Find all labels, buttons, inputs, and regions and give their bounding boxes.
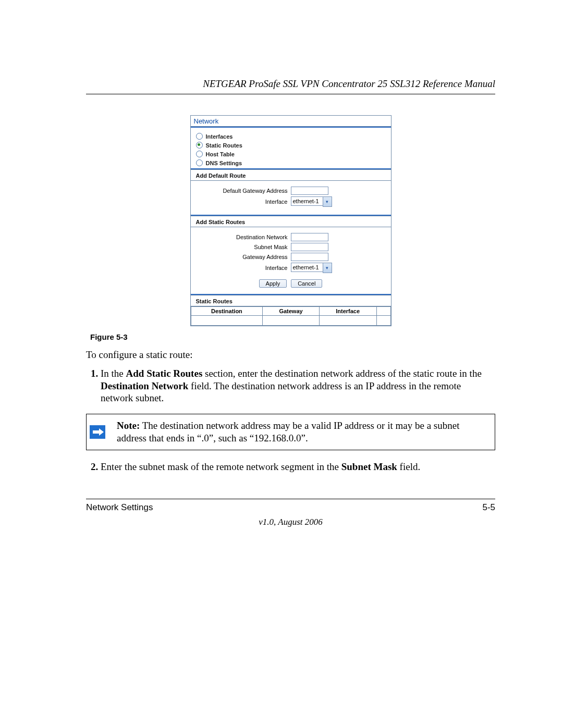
select-text: ethernet-1 xyxy=(291,263,323,272)
radio-label: Interfaces xyxy=(206,133,233,140)
subnet-mask-label: Subnet Mask xyxy=(196,244,288,250)
footer-right: 5-5 xyxy=(482,502,495,513)
radio-interfaces[interactable]: Interfaces xyxy=(196,132,386,141)
select-text: ethernet-1 xyxy=(291,196,323,206)
static-interface-label: Interface xyxy=(196,265,288,271)
radio-icon xyxy=(196,159,203,166)
gateway-address-input[interactable] xyxy=(291,253,328,261)
footer-rule xyxy=(86,499,495,499)
radio-label: DNS Settings xyxy=(206,160,242,166)
note-box: Note: The destination network address ma… xyxy=(86,414,495,450)
col-destination: Destination xyxy=(191,307,263,316)
gateway-address-label: Gateway Address xyxy=(196,254,288,260)
table-row xyxy=(191,316,390,326)
static-routes-table: Destination Gateway Interface xyxy=(191,306,391,326)
static-routes-table-heading: Static Routes xyxy=(191,295,391,306)
chevron-down-icon: ▾ xyxy=(323,196,332,207)
col-gateway: Gateway xyxy=(263,307,319,316)
cancel-button[interactable]: Cancel xyxy=(291,279,322,288)
add-default-route-heading: Add Default Route xyxy=(191,169,391,181)
intro-text: To configure a static route: xyxy=(86,349,495,361)
default-gateway-label: Default Gateway Address xyxy=(196,188,288,194)
dest-network-input[interactable] xyxy=(291,233,328,241)
default-interface-label: Interface xyxy=(196,199,288,205)
radio-dns-settings[interactable]: DNS Settings xyxy=(196,158,386,167)
radio-static-routes[interactable]: Static Routes xyxy=(196,141,386,150)
radio-label: Static Routes xyxy=(206,142,242,149)
panel-title: Network xyxy=(191,116,391,127)
step-2: Enter the subnet mask of the remote netw… xyxy=(101,461,495,473)
apply-button[interactable]: Apply xyxy=(259,279,287,288)
add-static-routes-heading: Add Static Routes xyxy=(191,216,391,227)
chevron-down-icon: ▾ xyxy=(323,263,332,273)
radio-host-table[interactable]: Host Table xyxy=(196,150,386,158)
note-text: Note: The destination network address ma… xyxy=(108,414,495,450)
subnet-mask-input[interactable] xyxy=(291,243,328,251)
radio-icon xyxy=(196,133,203,140)
network-panel: Network Interfaces Static Routes Host Ta… xyxy=(190,115,391,326)
radio-icon xyxy=(196,151,203,157)
radio-icon xyxy=(196,142,203,149)
dest-network-label: Destination Network xyxy=(196,234,288,240)
figure-caption: Figure 5-3 xyxy=(90,332,495,341)
radio-label: Host Table xyxy=(206,151,235,157)
page-header-title: NETGEAR ProSafe SSL VPN Concentrator 25 … xyxy=(86,78,495,90)
default-interface-select[interactable]: ethernet-1 ▾ xyxy=(291,196,332,207)
footer-version: v1.0, August 2006 xyxy=(86,517,495,527)
col-interface: Interface xyxy=(319,307,376,316)
col-action xyxy=(376,307,390,316)
static-interface-select[interactable]: ethernet-1 ▾ xyxy=(291,263,332,273)
footer-left: Network Settings xyxy=(86,502,153,513)
header-rule xyxy=(86,94,495,94)
default-gateway-input[interactable] xyxy=(291,187,328,195)
arrow-right-icon xyxy=(87,414,108,450)
step-1: In the Add Static Routes section, enter … xyxy=(101,367,495,404)
